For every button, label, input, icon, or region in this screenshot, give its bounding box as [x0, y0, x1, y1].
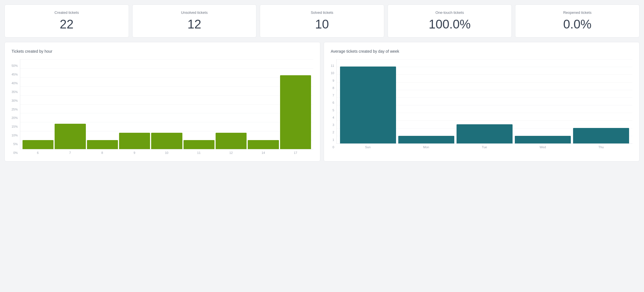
stat-label-reopened: Reopened tickets [563, 10, 591, 15]
hourly-x-label: 14 [248, 151, 279, 154]
hourly-bar-group [23, 140, 53, 149]
stat-label-created: Created tickets [54, 10, 79, 15]
hourly-bars-wrapper [20, 59, 313, 149]
y-axis-label: 0% [12, 151, 18, 154]
hourly-bar-group [119, 133, 150, 149]
hourly-x-label: 17 [280, 151, 311, 154]
stat-card-reopened: Reopened tickets 0.0% [515, 5, 639, 37]
weekly-bar [573, 128, 629, 143]
hourly-bar-group [151, 133, 182, 149]
weekly-x-label: Wed [515, 145, 571, 149]
hourly-bar [119, 133, 150, 149]
weekly-x-labels: SunMonTueWedThu [336, 144, 632, 149]
stat-cards-row: Created tickets 22 Unsolved tickets 12 S… [5, 5, 639, 37]
weekly-bar [515, 136, 571, 143]
hourly-x-label: 8 [87, 151, 118, 154]
stat-value-solved: 10 [315, 18, 329, 30]
hourly-y-axis: 0%5%10%15%20%25%30%35%40%45%50% [12, 64, 18, 154]
stat-card-solved: Solved tickets 10 [260, 5, 384, 37]
y-axis-label: 6 [331, 101, 334, 104]
hourly-bar [55, 124, 86, 149]
hourly-x-label: 7 [54, 151, 85, 154]
stat-value-reopened: 0.0% [563, 18, 591, 30]
weekly-x-label: Mon [398, 145, 454, 149]
hourly-bar [87, 140, 118, 149]
y-axis-label: 1 [331, 138, 334, 141]
weekly-bars-wrapper [336, 59, 632, 144]
hourly-bar-group [216, 133, 247, 149]
stat-label-solved: Solved tickets [311, 10, 333, 15]
hourly-bar-group [55, 124, 86, 149]
hourly-chart-container: 0%5%10%15%20%25%30%35%40%45%50% 67891011… [12, 59, 313, 154]
y-axis-label: 3 [331, 123, 334, 127]
weekly-y-axis: 01234567891011 [331, 64, 334, 149]
stat-value-one-touch: 100.0% [429, 18, 471, 30]
y-axis-label: 5% [12, 143, 18, 146]
hourly-bar-group [248, 140, 279, 149]
stat-value-unsolved: 12 [187, 18, 201, 30]
hourly-chart-title: Tickets created by hour [12, 49, 313, 54]
weekly-bar-group [457, 124, 513, 143]
y-axis-label: 4 [331, 116, 334, 119]
weekly-bar [398, 136, 454, 143]
y-axis-label: 11 [331, 64, 334, 67]
hourly-bar [248, 140, 279, 149]
y-axis-label: 25% [12, 108, 18, 111]
weekly-bars-area: SunMonTueWedThu [336, 59, 632, 149]
y-axis-label: 10% [12, 134, 18, 137]
weekly-bar [340, 67, 396, 143]
weekly-bar-group [398, 136, 454, 143]
y-axis-label: 20% [12, 116, 18, 120]
hourly-bar-group [280, 75, 311, 149]
weekly-x-label: Sun [340, 145, 396, 149]
weekly-chart-card: Average tickets created by day of week 0… [324, 42, 639, 162]
y-axis-label: 15% [12, 125, 18, 128]
y-axis-label: 40% [12, 82, 18, 85]
weekly-bar-group [573, 128, 629, 143]
weekly-x-label: Thu [573, 145, 629, 149]
weekly-chart-title: Average tickets created by day of week [331, 49, 632, 54]
stat-value-created: 22 [60, 18, 73, 30]
weekly-chart-container: 01234567891011 SunMonTueWedThu [331, 59, 632, 149]
hourly-x-label: 11 [183, 151, 214, 154]
hourly-x-label: 12 [216, 151, 247, 154]
y-axis-label: 7 [331, 94, 334, 97]
weekly-bar-group [340, 67, 396, 143]
hourly-chart-card: Tickets created by hour 0%5%10%15%20%25%… [5, 42, 320, 162]
hourly-x-label: 9 [119, 151, 150, 154]
hourly-bars-area: 67891011121417 [20, 59, 313, 154]
y-axis-label: 50% [12, 64, 18, 67]
y-axis-label: 9 [331, 79, 334, 82]
stat-card-unsolved: Unsolved tickets 12 [132, 5, 257, 37]
weekly-bar-group [515, 136, 571, 143]
stat-label-unsolved: Unsolved tickets [181, 10, 208, 15]
y-axis-label: 45% [12, 73, 18, 76]
stat-card-one-touch: One-touch tickets 100.0% [388, 5, 512, 37]
y-axis-label: 2 [331, 131, 334, 134]
hourly-bar [184, 140, 214, 149]
hourly-x-labels: 67891011121417 [20, 149, 313, 154]
weekly-x-label: Tue [457, 145, 513, 149]
y-axis-label: 35% [12, 90, 18, 94]
y-axis-label: 30% [12, 99, 18, 102]
hourly-bar-group [87, 140, 118, 149]
y-axis-label: 10 [331, 72, 334, 75]
y-axis-label: 8 [331, 87, 334, 90]
stat-label-one-touch: One-touch tickets [435, 10, 464, 15]
charts-row: Tickets created by hour 0%5%10%15%20%25%… [5, 42, 639, 162]
hourly-bar [280, 75, 311, 149]
weekly-bar [457, 124, 513, 143]
hourly-x-label: 10 [151, 151, 182, 154]
y-axis-label: 5 [331, 109, 334, 112]
hourly-bar [216, 133, 247, 149]
hourly-bar [23, 140, 53, 149]
hourly-bar-group [184, 140, 214, 149]
y-axis-label: 0 [331, 146, 334, 149]
hourly-x-label: 6 [22, 151, 53, 154]
stat-card-created: Created tickets 22 [5, 5, 129, 37]
hourly-bar [151, 133, 182, 149]
